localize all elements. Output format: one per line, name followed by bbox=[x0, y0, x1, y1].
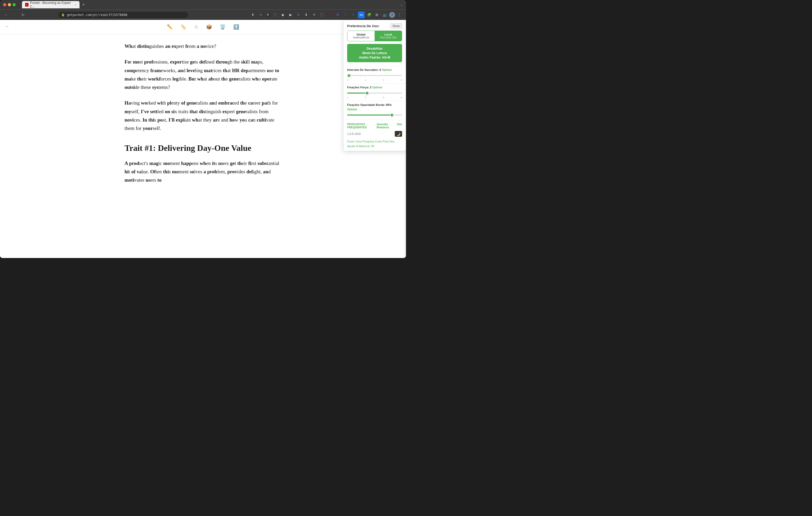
fixation-track bbox=[347, 93, 402, 94]
article-paragraph-1: What distinguishes an expert from a novi… bbox=[124, 42, 282, 51]
local-label: Local bbox=[376, 33, 401, 36]
opacity-thumb[interactable] bbox=[390, 113, 394, 117]
faq-link[interactable]: PERGUNTAS FREQÜENTES bbox=[347, 123, 374, 129]
star-icon: ☆ bbox=[194, 24, 198, 30]
ext-jr-active-icon[interactable]: On bbox=[358, 11, 365, 18]
title-bar: P Pocket - Becoming an Expert C... × + ⌄ bbox=[0, 0, 406, 9]
opacity-label: Fixações Opacidade Borda: 80% bbox=[347, 103, 402, 107]
opacity-track bbox=[347, 115, 402, 116]
fixation-slider-section: Fixações Força: 2 Optimal 1 2 3 4 bbox=[344, 83, 406, 101]
opacity-fill bbox=[347, 115, 391, 116]
menu-icon[interactable]: ⋮ bbox=[396, 11, 403, 18]
browser-window: P Pocket - Becoming an Expert C... × + ⌄… bbox=[0, 0, 406, 258]
popup-footer: PERGUNTAS FREQÜENTES Questão Relatório S… bbox=[344, 120, 406, 151]
article-paragraph-4: A product's magic moment happens when it… bbox=[124, 159, 282, 185]
archive-button[interactable]: 📦 bbox=[206, 24, 212, 30]
saccades-scale: 0 1 2 3 bbox=[347, 79, 402, 81]
article-paragraph-3: Having worked with plenty of generalists… bbox=[124, 99, 282, 132]
bookmark-icon[interactable]: ☆ bbox=[257, 11, 264, 18]
ext-puzzle-icon[interactable]: 🧩 bbox=[366, 11, 373, 18]
favorite-button[interactable]: ☆ bbox=[194, 24, 198, 30]
fixation-fill bbox=[347, 93, 365, 94]
popup-title: Preferência De Uso: bbox=[347, 24, 380, 28]
highlight-icon: ✏️ bbox=[167, 24, 173, 30]
saccades-slider-section: Intervalo De Saccades: 0 Optimal 0 1 2 3 bbox=[344, 66, 406, 83]
popup-panel: Preferência De Uso: Dicas Global Inadimp… bbox=[343, 20, 406, 151]
tab-expand-btn[interactable]: ⌄ bbox=[400, 3, 403, 6]
share-article-button[interactable]: ⬆️ bbox=[233, 24, 239, 30]
version-text: 1.0.9.1010 bbox=[347, 132, 361, 135]
ext-pocket-icon[interactable]: P bbox=[326, 11, 333, 18]
opacity-optimal-label: Optimal bbox=[347, 108, 402, 111]
tag-button[interactable]: 🏷️ bbox=[180, 24, 186, 30]
ext-blue-icon[interactable]: B bbox=[350, 11, 357, 18]
tab-close-btn[interactable]: × bbox=[75, 3, 77, 6]
article-back-button[interactable]: ← bbox=[5, 24, 9, 29]
tag-icon: 🏷️ bbox=[180, 24, 186, 30]
active-tab[interactable]: P Pocket - Becoming an Expert C... × bbox=[22, 1, 80, 8]
global-toggle-btn[interactable]: Global Inadimplência bbox=[347, 31, 375, 41]
ext-grid-icon[interactable]: ⊞ bbox=[374, 11, 380, 18]
dicas-button[interactable]: Dicas bbox=[390, 23, 402, 29]
ext-profile-icon[interactable]: 👤 bbox=[389, 12, 395, 18]
forward-button[interactable]: → bbox=[11, 12, 18, 18]
ext-google-trans-icon[interactable]: G bbox=[295, 11, 302, 18]
reload-button[interactable]: ↻ bbox=[20, 12, 26, 18]
article-paragraph-2: For most professions, expertise gets def… bbox=[124, 58, 282, 91]
saccades-thumb[interactable] bbox=[347, 74, 351, 78]
delete-button[interactable]: 🗑️ bbox=[220, 24, 226, 30]
article-heading-1: Trait #1: Delivering Day-One Value bbox=[124, 143, 282, 153]
local-sub-label: Para Este Site bbox=[376, 36, 401, 39]
ext-meta-icon[interactable]: M bbox=[311, 11, 318, 18]
trash-icon: 🗑️ bbox=[220, 24, 226, 30]
report-link[interactable]: Questão Relatório bbox=[377, 123, 394, 129]
site-link[interactable]: Site bbox=[397, 123, 402, 129]
new-tab-button[interactable]: + bbox=[81, 2, 87, 7]
tabs-bar: P Pocket - Becoming an Expert C... × + ⌄ bbox=[22, 1, 403, 8]
opacity-slider-section: Fixações Opacidade Borda: 80% Optimal bbox=[344, 101, 406, 120]
ext-adblock-icon[interactable]: 🛡 bbox=[342, 11, 349, 18]
close-traffic-light[interactable] bbox=[3, 3, 6, 6]
minimize-traffic-light[interactable] bbox=[8, 3, 11, 6]
footer-links: PERGUNTAS FREQÜENTES Questão Relatório S… bbox=[347, 123, 402, 129]
highlight-button[interactable]: ✏️ bbox=[167, 24, 173, 30]
disable-reading-button[interactable]: Desabilitar Modo De Leitura Atalho Padrã… bbox=[347, 44, 402, 62]
disable-line3: Atalho Padrão: Alt+B bbox=[359, 56, 390, 59]
fixation-label: Fixações Força: 2 Optimal bbox=[347, 86, 402, 89]
version-row: 1.0.9.1010 🌙 bbox=[347, 131, 402, 137]
maximize-traffic-light[interactable] bbox=[12, 3, 16, 6]
content-area: ← ✏️ 🏷️ ☆ 📦 🗑️ ⬆️ bbox=[0, 20, 406, 258]
ext-scan-icon[interactable]: ⬛ bbox=[319, 11, 325, 18]
global-sub-label: Inadimplência bbox=[348, 36, 374, 39]
share-icon[interactable]: ⬆ bbox=[250, 11, 256, 18]
ext-vpn-icon[interactable]: ◆ bbox=[280, 11, 286, 18]
ext-cast-icon[interactable]: 📺 bbox=[381, 11, 388, 18]
url-bar[interactable]: 🔒 getpocket.com/pt/read/3715578688 bbox=[58, 11, 188, 19]
saccades-label: Intervalo De Saccades: 0 Optimal bbox=[347, 68, 402, 71]
dark-mode-button[interactable]: 🌙 bbox=[395, 131, 402, 137]
global-label: Global bbox=[348, 33, 374, 36]
saccades-slider[interactable] bbox=[347, 73, 402, 78]
share-article-icon: ⬆️ bbox=[233, 24, 239, 30]
fixation-thumb[interactable] bbox=[365, 91, 369, 95]
article-content: What distinguishes an expert from a novi… bbox=[114, 34, 292, 200]
ext-audio-icon[interactable]: ▶ bbox=[287, 11, 294, 18]
saccades-track bbox=[347, 75, 402, 76]
ext-readwise-icon[interactable]: R bbox=[265, 13, 270, 17]
ext-pokeball-icon[interactable]: ⚫ bbox=[271, 11, 278, 18]
tab-title: Pocket - Becoming an Expert C... bbox=[30, 1, 72, 8]
local-toggle-btn[interactable]: Local Para Este Site bbox=[375, 31, 402, 41]
archive-icon: 📦 bbox=[206, 24, 212, 30]
opacity-slider[interactable] bbox=[347, 113, 402, 118]
lock-icon: 🔒 bbox=[61, 13, 65, 17]
fixation-slider[interactable] bbox=[347, 90, 402, 96]
back-button[interactable]: ← bbox=[3, 12, 9, 18]
tab-favicon: P bbox=[25, 3, 29, 6]
preference-toggle-group: Global Inadimplência Local Para Este Sit… bbox=[347, 31, 402, 41]
popup-title-normal: Preferência bbox=[347, 24, 367, 28]
fixation-scale: 1 2 3 4 bbox=[347, 96, 402, 99]
disable-line2: Modo De Leitura bbox=[362, 51, 387, 55]
survey-link[interactable]: Fazer Uma Pesquisa Curta Para Nos Ajudar… bbox=[347, 140, 395, 148]
ext-chrome-icon[interactable]: G bbox=[334, 11, 341, 18]
ext-download-icon[interactable]: ⬇ bbox=[303, 11, 310, 18]
